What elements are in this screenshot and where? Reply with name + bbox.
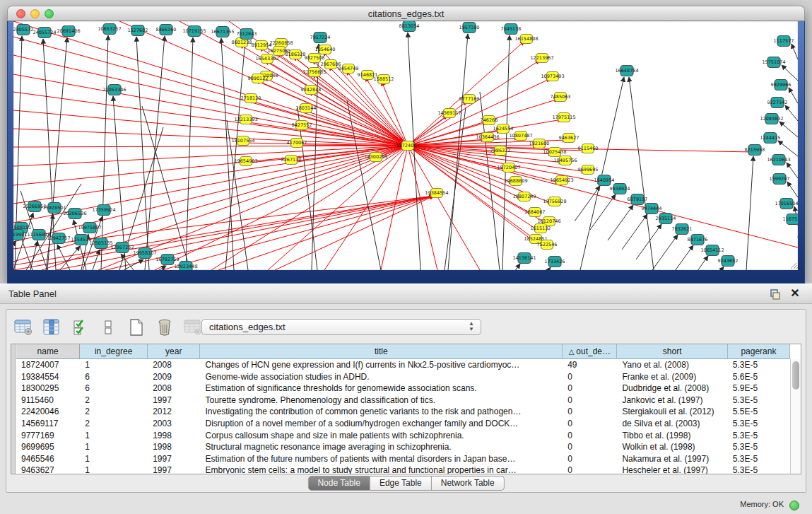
- delete-table-icon[interactable]: [183, 318, 202, 337]
- tab-network-table[interactable]: Network Table: [432, 476, 505, 491]
- graph-edge[interactable]: [142, 106, 190, 270]
- table-cell[interactable]: 1997: [148, 465, 200, 474]
- vertical-scrollbar[interactable]: [790, 359, 801, 474]
- graph-edge[interactable]: [778, 141, 798, 156]
- table-cell[interactable]: 19384554: [16, 371, 80, 383]
- table-row[interactable]: 1938455462009Genome-wide association stu…: [16, 371, 790, 383]
- table-cell[interactable]: Nakamura et al. (1997): [617, 453, 727, 465]
- graph-edge[interactable]: [652, 235, 678, 270]
- graph-edge[interactable]: [408, 146, 539, 230]
- graph-edge[interactable]: [590, 194, 616, 230]
- graph-edge[interactable]: [779, 122, 798, 137]
- table-cell[interactable]: 6: [80, 382, 148, 395]
- table-cell[interactable]: 49: [563, 359, 617, 371]
- select-columns-icon[interactable]: [42, 318, 61, 337]
- column-header-title[interactable]: title: [200, 344, 563, 359]
- table-cell[interactable]: 9463627: [16, 465, 80, 474]
- table-row[interactable]: 2242004622012Investigating the contribut…: [16, 406, 790, 418]
- table-cell[interactable]: Corpus callosum shape and size in male p…: [200, 430, 563, 442]
- graph-edge[interactable]: [46, 214, 53, 270]
- unselect-all-icon[interactable]: [98, 318, 117, 337]
- table-cell[interactable]: 14569117: [16, 418, 80, 430]
- table-cell[interactable]: Jankovic et al. (1997): [617, 395, 727, 407]
- table-cell[interactable]: Stergiakouli et al. (2012): [617, 406, 727, 418]
- table-row[interactable]: 977716911998Corpus callosum shape and si…: [16, 430, 790, 442]
- delete-column-icon[interactable]: [155, 318, 174, 337]
- table-cell[interactable]: 2012: [148, 406, 200, 418]
- table-cell[interactable]: 9115460: [16, 395, 80, 407]
- canvas-resize-grip[interactable]: [791, 263, 798, 269]
- graph-edge[interactable]: [698, 267, 724, 270]
- graph-edge[interactable]: [746, 156, 753, 270]
- table-cell[interactable]: Investigating the contribution of common…: [200, 406, 563, 418]
- column-header-in-degree[interactable]: in_degree: [80, 344, 148, 359]
- tab-edge-table[interactable]: Edge Table: [370, 476, 432, 491]
- graph-edge[interactable]: [13, 21, 408, 146]
- graph-edge[interactable]: [408, 146, 560, 182]
- table-cell[interactable]: Hescheler et al. (1997): [617, 465, 727, 474]
- table-row[interactable]: 1830029562008Estimation of significance …: [16, 382, 790, 395]
- column-header-name[interactable]: name: [16, 344, 80, 359]
- graph-edge[interactable]: [525, 267, 551, 270]
- table-cell[interactable]: 0: [563, 395, 617, 407]
- table-cell[interactable]: 1997: [148, 395, 200, 407]
- graph-edge[interactable]: [787, 182, 798, 197]
- table-cell[interactable]: 18724007: [16, 359, 80, 371]
- graph-edge[interactable]: [629, 77, 654, 270]
- table-cell[interactable]: 5.3E-5: [728, 359, 790, 371]
- table-cell[interactable]: Changes of HCN gene expression and I(f) …: [200, 359, 563, 371]
- graph-edge[interactable]: [13, 37, 408, 146]
- table-cell[interactable]: 1: [80, 465, 148, 474]
- table-cell[interactable]: 5.6E-5: [728, 371, 790, 383]
- graph-edge[interactable]: [105, 196, 434, 270]
- graph-edge[interactable]: [785, 105, 798, 121]
- table-cell[interactable]: 5.3E-5: [728, 453, 790, 465]
- table-selector-dropdown[interactable]: citations_edges.txt ▲▼: [201, 319, 481, 335]
- table-cell[interactable]: 2008: [148, 382, 200, 395]
- window-titlebar[interactable]: citations_edges.txt: [7, 6, 805, 21]
- table-cell[interactable]: 1998: [148, 430, 200, 442]
- table-cell[interactable]: 1998: [148, 441, 200, 453]
- graph-edge[interactable]: [289, 146, 408, 162]
- close-light-button[interactable]: [16, 9, 25, 18]
- table-row[interactable]: 946554611997Estimation of the future num…: [16, 453, 790, 465]
- table-cell[interactable]: 2009: [148, 371, 200, 383]
- new-column-icon[interactable]: [126, 318, 146, 337]
- table-row[interactable]: 1872400712008Changes of HCN gene express…: [16, 359, 790, 371]
- table-cell[interactable]: de Silva et al. (2003): [617, 418, 727, 430]
- graph-edge[interactable]: [668, 245, 693, 270]
- float-icon[interactable]: [769, 288, 781, 300]
- table-cell[interactable]: 5.3E-5: [728, 441, 790, 453]
- table-cell[interactable]: 2: [80, 406, 148, 418]
- table-cell[interactable]: 5.3E-5: [728, 430, 790, 442]
- table-cell[interactable]: Disruption of a novel member of a sodium…: [200, 418, 563, 430]
- table-cell[interactable]: 9465546: [16, 453, 80, 465]
- scrollbar-thumb[interactable]: [792, 361, 799, 390]
- graph-edge[interactable]: [347, 100, 381, 270]
- graph-edge[interactable]: [408, 138, 519, 146]
- table-row[interactable]: 969969511998Structural magnetic resonanc…: [16, 441, 790, 453]
- table-cell[interactable]: 2: [80, 418, 148, 430]
- table-cell[interactable]: Wolkin et al. (1998): [617, 441, 727, 453]
- graph-edge[interactable]: [495, 264, 520, 270]
- table-cell[interactable]: 0: [563, 371, 617, 383]
- graph-edge[interactable]: [782, 65, 798, 81]
- table-cell[interactable]: Estimation of the future numbers of pati…: [200, 453, 563, 465]
- table-cell[interactable]: 9699695: [16, 441, 80, 453]
- graph-edge[interactable]: [381, 146, 408, 270]
- table-row[interactable]: 911546021997Tourette syndrome. Phenomeno…: [16, 395, 790, 407]
- table-cell[interactable]: Dudbridge et al. (2008): [617, 382, 727, 395]
- minimize-light-button[interactable]: [30, 9, 40, 18]
- table-cell[interactable]: 2: [80, 395, 148, 407]
- table-cell[interactable]: 5.3E-5: [728, 418, 790, 430]
- table-settings-icon[interactable]: [13, 318, 33, 337]
- graph-edge[interactable]: [789, 88, 798, 103]
- graph-edge[interactable]: [136, 37, 149, 270]
- table-cell[interactable]: Tourette syndrome. Phenomenology and cla…: [200, 395, 563, 407]
- network-canvas[interactable]: 1872400718300295193845548601238891295422…: [13, 21, 798, 270]
- table-cell[interactable]: 0: [563, 453, 617, 465]
- graph-edge[interactable]: [408, 146, 480, 270]
- table-cell[interactable]: 5.3E-5: [728, 465, 790, 474]
- table-cell[interactable]: 2008: [148, 359, 200, 371]
- graph-edge[interactable]: [218, 196, 434, 270]
